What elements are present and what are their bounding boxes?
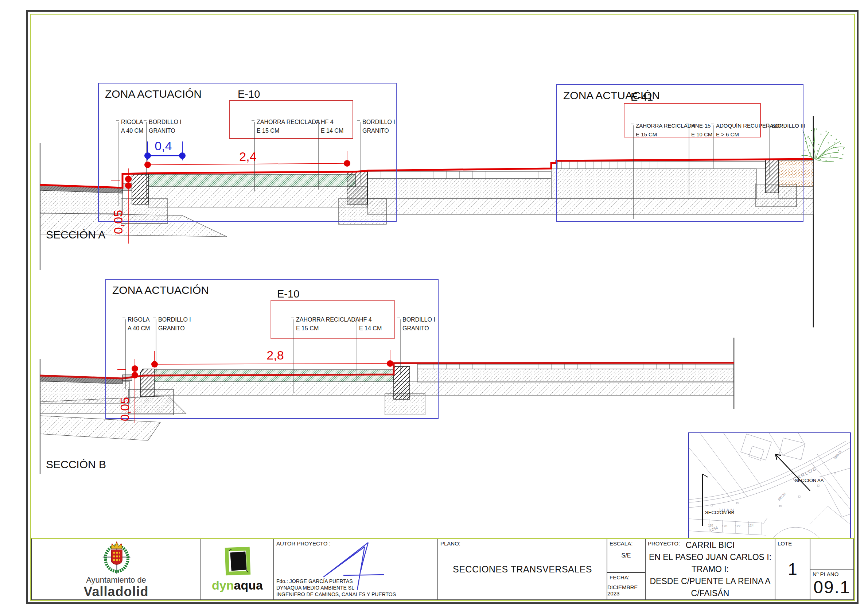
subgrade-wedge-b2 xyxy=(40,416,160,440)
svg-text:E 10 CM: E 10 CM xyxy=(691,131,712,138)
svg-text:HF 4: HF 4 xyxy=(359,316,372,323)
lote-value: 1 xyxy=(788,559,797,579)
adoquin-base xyxy=(551,169,756,199)
soil-subbase xyxy=(779,187,813,199)
svg-text:120: 120 xyxy=(722,524,727,528)
nplano-empty-cell xyxy=(811,539,853,569)
bordillo3-curb xyxy=(766,159,779,193)
author-line1: Fdo.: JORGE GARCÍA PUERTAS xyxy=(276,578,396,585)
elevation-2: 688,79 xyxy=(833,450,842,460)
plant xyxy=(801,128,845,161)
proyecto-line2: EN EL PASEO JUAN CARLOS I: TRAMO I: xyxy=(646,551,775,575)
soil-area xyxy=(779,160,813,187)
cell-plano: PLANO: SECCIONES TRANSVERSALES xyxy=(438,539,608,599)
cell-lote: LOTE 1 xyxy=(775,539,811,599)
svg-text:ZAHORRA RECICLADA: ZAHORRA RECICLADA xyxy=(257,119,320,125)
bike-lane-subbase xyxy=(149,187,367,208)
detail-label-e10-b: E-10 xyxy=(277,288,299,300)
escala-cell: ESCALA: S/E xyxy=(608,539,645,573)
cell-author: AUTOR PROYECTO : Fdo.: JORGE GARCÍA PUER… xyxy=(274,539,438,599)
valladolid-crest xyxy=(96,539,137,575)
svg-text:118: 118 xyxy=(708,524,713,527)
sidewalk-tiles-b xyxy=(417,364,734,369)
svg-text:E > 6 CM: E > 6 CM xyxy=(716,131,739,138)
section-b-title: SECCIÓN B xyxy=(46,458,106,470)
adoquin-tiles xyxy=(558,161,766,169)
svg-text:E 15 CM: E 15 CM xyxy=(257,128,279,134)
dynaqua-logo xyxy=(222,546,253,578)
author-line2: DYNAQUA MEDIO AMBIENTE SL xyxy=(276,585,396,591)
elevation-1: 697,31 xyxy=(777,492,787,501)
svg-text:E 15 CM: E 15 CM xyxy=(636,131,657,138)
escala-value: S/E xyxy=(608,539,645,572)
proyecto-line3: DESDE C/PUENTE LA REINA A C/FAISÁN xyxy=(646,575,775,599)
svg-text:HNE-15: HNE-15 xyxy=(691,122,710,129)
svg-text:0,4: 0,4 xyxy=(155,139,172,153)
svg-text:BORDILLO I: BORDILLO I xyxy=(363,119,395,125)
fecha-cell: FECHA: DICIEMBRE 2023 xyxy=(608,573,645,599)
svg-text:GRANITO: GRANITO xyxy=(158,325,185,332)
cell-municipality: Ayuntamiento de Valladolid xyxy=(32,539,201,599)
svg-text:E 14 CM: E 14 CM xyxy=(321,128,343,134)
dynaqua-wordmark: dynaqua xyxy=(212,578,263,592)
section-a-title: SECCIÓN A xyxy=(46,229,105,240)
left-curb-b xyxy=(140,369,154,397)
svg-text:2,4: 2,4 xyxy=(239,149,256,163)
zahorra-layer xyxy=(149,174,355,187)
svg-text:RIGOLA: RIGOLA xyxy=(121,119,143,125)
detail-label-e41: E-41 xyxy=(631,91,653,103)
title-block: Ayuntamiento de Valladolid dynaqua AUTOR… xyxy=(31,538,854,600)
sidewalk-base xyxy=(367,179,551,199)
author-lines: Fdo.: JORGE GARCÍA PUERTAS DYNAQUA MEDIO… xyxy=(276,578,396,598)
section-bb-line xyxy=(702,474,708,526)
map-labels: JUAN CARLOS 118 120 122 124 1254 697,31 … xyxy=(708,450,842,533)
svg-text:124: 124 xyxy=(748,524,753,527)
svg-text:2,8: 2,8 xyxy=(267,348,284,362)
dim-red-24: 2,4 xyxy=(144,149,350,168)
svg-text:ZAHORRA RECICLADA: ZAHORRA RECICLADA xyxy=(636,122,695,129)
section-bb-label: SECCIÓN BB xyxy=(705,510,734,515)
detail-label-e10-a: E-10 xyxy=(238,88,260,100)
svg-text:RIGOLA: RIGOLA xyxy=(128,316,150,323)
subbase-b xyxy=(154,382,734,395)
sidewalk-subbase xyxy=(367,199,813,214)
cell-escala-fecha: ESCALA: S/E FECHA: DICIEMBRE 2023 xyxy=(608,539,646,599)
cell-proyecto: PROYECTO: CARRIL BICI EN EL PASEO JUAN C… xyxy=(646,539,775,599)
proyecto-line1: CARRIL BICI xyxy=(646,539,775,551)
old-road-base xyxy=(40,189,122,213)
nplano-cell: Nº PLANO 09.1 xyxy=(811,569,853,599)
dim-blue-04: 0,4 xyxy=(144,139,186,160)
svg-text:E 15 CM: E 15 CM xyxy=(296,325,319,332)
section-b: ZONA ACTUACIÓN E-10 RIGOLAA 40 CM BORDIL… xyxy=(40,279,734,474)
svg-text:0,05: 0,05 xyxy=(111,210,125,234)
left-curb xyxy=(132,174,149,204)
map-section-markers: SECCIÓN BB SECCIÓN AA xyxy=(702,454,824,526)
municipality-line1: Ayuntamiento de xyxy=(86,575,146,585)
svg-text:A 40 CM: A 40 CM xyxy=(128,325,150,332)
zona-label-a-left: ZONA ACTUACIÓN xyxy=(105,88,202,100)
municipality-line2: Valladolid xyxy=(84,584,148,599)
svg-text:ZAHORRA RECICLADA: ZAHORRA RECICLADA xyxy=(296,316,360,323)
svg-text:GRANITO: GRANITO xyxy=(403,325,429,332)
plano-title: SECCIONES TRANSVERSALES xyxy=(453,564,592,575)
cell-nplano: Nº PLANO 09.1 xyxy=(811,539,853,599)
section-aa-label: SECCIÓN AA xyxy=(795,478,824,483)
map-drawing: JUAN CARLOS 118 120 122 124 1254 697,31 … xyxy=(689,433,850,540)
svg-text:BORDILLO III: BORDILLO III xyxy=(771,122,805,129)
svg-text:A 40 CM: A 40 CM xyxy=(121,128,143,134)
location-map: JUAN CARLOS 118 120 122 124 1254 697,31 … xyxy=(688,433,851,540)
svg-text:122: 122 xyxy=(735,524,740,528)
fecha-value: DICIEMBRE 2023 xyxy=(608,573,645,599)
sidewalk-tiles xyxy=(367,171,551,179)
svg-text:HF 4: HF 4 xyxy=(321,119,333,125)
svg-text:BORDILLO I: BORDILLO I xyxy=(403,316,435,323)
svg-text:GRANITO: GRANITO xyxy=(363,128,389,134)
right-curb-b xyxy=(394,366,410,399)
svg-text:0,05: 0,05 xyxy=(118,397,132,421)
sidewalk-base-b xyxy=(417,369,734,382)
svg-text:BORDILLO I: BORDILLO I xyxy=(149,119,181,125)
svg-text:GRANITO: GRANITO xyxy=(149,128,175,134)
right-curb xyxy=(347,171,367,204)
author-line3: INGENIERO DE CAMINOS, CANALES Y PUERTOS xyxy=(276,591,396,598)
nplano-value: 09.1 xyxy=(813,577,850,597)
